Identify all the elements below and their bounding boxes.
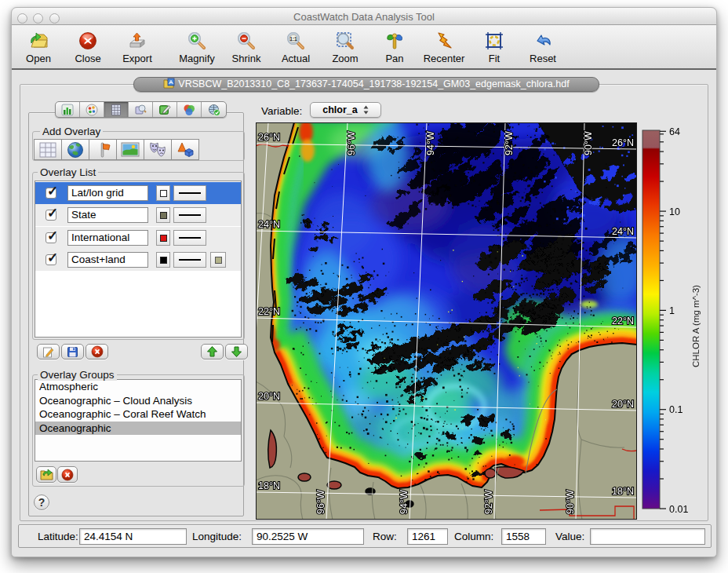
svg-text:92°W: 92°W bbox=[504, 131, 515, 155]
svg-text:20°N: 20°N bbox=[258, 391, 280, 402]
svg-text:26°N: 26°N bbox=[258, 132, 280, 143]
svg-text:96°W: 96°W bbox=[346, 131, 357, 155]
svg-text:10: 10 bbox=[669, 206, 680, 217]
svg-text:22°N: 22°N bbox=[258, 306, 280, 317]
svg-text:90°W: 90°W bbox=[583, 131, 594, 155]
svg-text:1:1: 1:1 bbox=[289, 36, 297, 42]
svg-text:18°N: 18°N bbox=[258, 480, 280, 491]
svg-text:0.01: 0.01 bbox=[669, 504, 688, 514]
svg-text:92°W: 92°W bbox=[483, 490, 494, 514]
svg-text:94°W: 94°W bbox=[399, 490, 410, 514]
svg-text:94°W: 94°W bbox=[425, 131, 436, 155]
svg-text:24°N: 24°N bbox=[258, 219, 280, 230]
svg-text:90°W: 90°W bbox=[565, 490, 576, 514]
svg-text:64: 64 bbox=[669, 126, 680, 137]
svg-text:1: 1 bbox=[669, 305, 675, 316]
svg-text:CHLOR A (mg m^-3): CHLOR A (mg m^-3) bbox=[691, 285, 701, 367]
svg-text:96°W: 96°W bbox=[315, 490, 326, 514]
svg-text:0.1: 0.1 bbox=[669, 404, 682, 415]
